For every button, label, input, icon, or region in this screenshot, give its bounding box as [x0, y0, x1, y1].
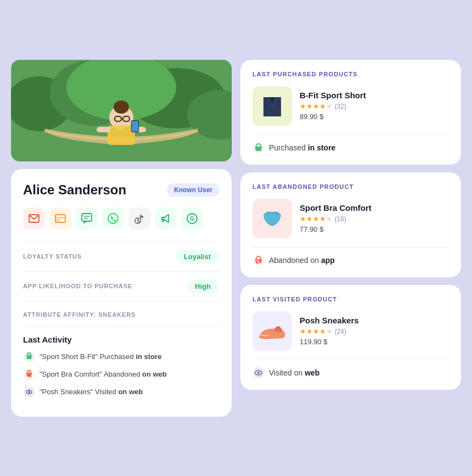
abandoned-review-count: (16) [335, 215, 346, 223]
chat-icon[interactable] [76, 208, 98, 229]
visited-price: 119.90 $ [300, 338, 449, 346]
svg-rect-19 [55, 217, 65, 219]
svg-point-42 [257, 372, 260, 374]
megaphone-icon[interactable] [155, 208, 177, 229]
abandoned-stars: ★★★★★ (16) [300, 215, 449, 223]
activity-item-1: "Sport Short B-Fit" Purchased in store [23, 351, 220, 363]
purchased-product-name: B-Fit Sport Short [300, 91, 449, 100]
svg-text:G: G [190, 216, 194, 222]
purchased-footer-bold: in store [308, 143, 336, 152]
abandoned-price: 77.90 $ [300, 225, 449, 233]
svg-rect-9 [108, 126, 135, 145]
abandoned-footer: Abandoned on app [252, 247, 449, 266]
attribute-label: ATTRIBUTE AFFINITY: SNEAKERS [23, 311, 136, 318]
purchased-stars: ★★★★★ (32) [300, 102, 449, 110]
svg-point-7 [114, 100, 129, 114]
purchased-footer: Purchased in store [252, 135, 449, 154]
visited-product-info: Posh Sneakers ★★★★★ (24) 119.90 $ [252, 311, 449, 351]
purchased-card-title: LAST PURCHASED PRODUCTS [252, 71, 449, 77]
activity-section: Last Activity "Sport Short B-Fit" Purcha… [23, 327, 220, 398]
abandoned-card-title: LAST ABANDONED PRODUCT [252, 183, 449, 190]
web-abandon-icon [23, 368, 35, 380]
activity-item-3: "Posh Sneakers" Visited on web [23, 386, 220, 398]
activity-item-2: "Sport Bra Comfort" Abandoned on web [23, 368, 220, 380]
abandoned-footer-bold: app [321, 256, 335, 265]
main-container: Alice Sanderson Known User [11, 60, 461, 417]
visit-eye-icon [252, 367, 265, 379]
likelihood-label: APP LIKELIHOOD TO PURCHASE [23, 283, 132, 289]
abandoned-product-name: Sport Bra Comfort [300, 203, 449, 212]
social-icons-row: G [23, 208, 220, 229]
email-icon[interactable] [23, 208, 45, 229]
activity-bold-1: in store [136, 352, 161, 361]
visited-footer: Visited on web [252, 360, 449, 379]
abandoned-thumb [252, 199, 292, 238]
activity-text-2: "Sport Bra Comfort" Abandoned on web [40, 370, 167, 378]
purchased-review-count: (32) [335, 103, 346, 110]
profile-name: Alice Sanderson [23, 182, 126, 198]
store-purchase-icon [23, 351, 35, 363]
visited-card: LAST VISITED PRODUCT Posh Sneakers ★★★★★… [240, 285, 461, 390]
abandoned-product-details: Sport Bra Comfort ★★★★★ (16) 77.90 $ [300, 203, 449, 233]
visited-card-title: LAST VISITED PRODUCT [252, 296, 449, 303]
loyalty-badge: Loyalist [175, 250, 220, 264]
card-icon[interactable] [49, 208, 71, 229]
abandoned-footer-text: Abandoned on app [269, 256, 335, 265]
activity-bold-3: on web [118, 388, 143, 396]
profile-header: Alice Sanderson Known User [23, 182, 220, 198]
known-user-badge: Known User [167, 183, 220, 197]
svg-rect-13 [132, 121, 138, 132]
svg-point-33 [28, 391, 30, 393]
abandoned-card: LAST ABANDONED PRODUCT Sport Bra Comfort… [240, 172, 461, 277]
purchased-product-details: B-Fit Sport Short ★★★★★ (32) 89.90 $ [300, 91, 449, 121]
tiktok-icon[interactable] [128, 208, 150, 229]
svg-rect-10 [97, 127, 110, 132]
store-icon [252, 142, 265, 154]
purchased-thumb [252, 86, 292, 126]
visited-review-count: (24) [335, 328, 346, 335]
svg-rect-20 [57, 220, 59, 221]
visited-product-details: Posh Sneakers ★★★★★ (24) 119.90 $ [300, 316, 449, 346]
left-column: Alice Sanderson Known User [11, 60, 232, 417]
attribute-row: ATTRIBUTE AFFINITY: SNEAKERS [23, 301, 220, 327]
purchased-card: LAST PURCHASED PRODUCTS B-Fit Sport Shor… [240, 60, 461, 165]
purchased-product-info: B-Fit Sport Short ★★★★★ (32) 89.90 $ [252, 86, 449, 126]
abandoned-product-info: Sport Bra Comfort ★★★★★ (16) 77.90 $ [252, 199, 449, 238]
abandon-icon [252, 254, 265, 266]
loyalty-row: LOYALTY STATUS Loyalist [23, 242, 220, 271]
svg-rect-21 [82, 214, 92, 221]
activity-bold-2: on web [142, 370, 167, 378]
visited-product-name: Posh Sneakers [300, 316, 449, 325]
likelihood-badge: High [186, 279, 220, 293]
activity-text-3: "Posh Sneakers" Visited on web [40, 388, 143, 396]
hero-image [11, 60, 232, 161]
purchased-price: 89.90 $ [300, 113, 449, 121]
activity-title: Last Activity [23, 335, 220, 344]
profile-card: Alice Sanderson Known User [11, 169, 232, 417]
right-column: LAST PURCHASED PRODUCTS B-Fit Sport Shor… [240, 60, 461, 417]
loyalty-label: LOYALTY STATUS [23, 253, 82, 260]
google-icon[interactable]: G [181, 208, 203, 229]
visited-footer-text: Visited on web [269, 368, 319, 377]
purchased-footer-text: Purchased in store [269, 143, 335, 152]
visited-thumb [252, 311, 292, 351]
whatsapp-icon[interactable] [102, 208, 124, 229]
visited-footer-bold: web [305, 368, 319, 377]
visited-stars: ★★★★★ (24) [300, 327, 449, 335]
web-visit-icon [23, 386, 35, 398]
likelihood-row: APP LIKELIHOOD TO PURCHASE High [23, 271, 220, 301]
svg-point-24 [108, 214, 118, 223]
activity-text-1: "Sport Short B-Fit" Purchased in store [40, 352, 161, 361]
